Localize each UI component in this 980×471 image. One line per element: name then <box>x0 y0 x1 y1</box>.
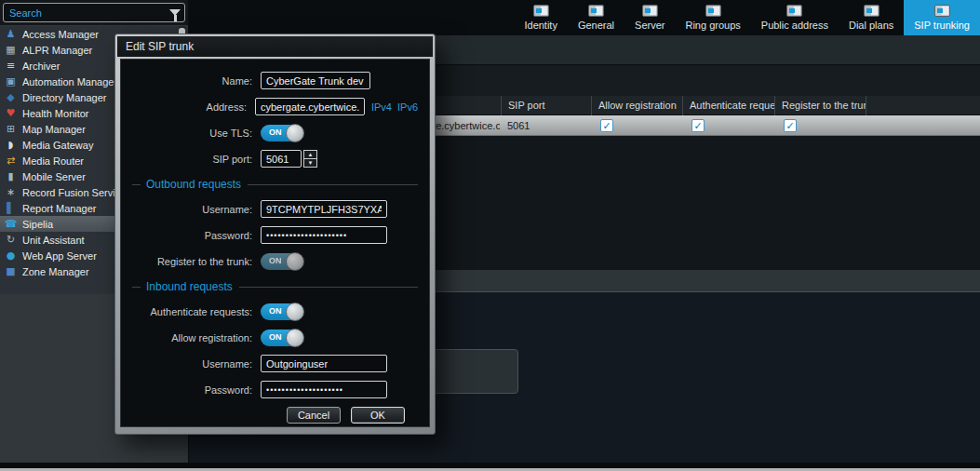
sidebar-item-label: Record Fusion Service <box>22 187 126 198</box>
sidebar-item-label: Map Manager <box>22 124 86 135</box>
register-to-the-trunk-toggle[interactable]: ON <box>261 253 303 270</box>
edit-sip-trunk-dialog: Edit SIP trunk Name: Address: IPv4IPv6 U… <box>114 34 436 435</box>
outbound-password-label: Password: <box>132 230 261 241</box>
sip-port-label: SIP port: <box>132 154 261 165</box>
outbound-requests-title: Outbound requests <box>146 178 241 191</box>
tab-public-address[interactable]: Public address <box>751 0 839 35</box>
tab-label: Dial plans <box>849 20 893 31</box>
sipelia-icon: ☎ <box>4 217 18 231</box>
tab-label: Public address <box>761 20 828 31</box>
sip-trunking-tab-icon <box>934 5 950 17</box>
allow-registration-toggle[interactable]: ON <box>261 330 303 346</box>
sidebar-item-label: Archiver <box>22 61 60 72</box>
tab-dial-plans[interactable]: Dial plans <box>839 0 904 35</box>
tab-bar: Identity General Server Ring groups Publ… <box>514 0 980 35</box>
sidebar-item-label: Directory Manager <box>22 92 106 103</box>
application-window: Identity General Server Ring groups Publ… <box>0 0 980 471</box>
sidebar-item-label: Web App Server <box>22 250 97 262</box>
outbound-username-field[interactable] <box>261 200 387 218</box>
toggle-state-text: ON <box>269 256 282 265</box>
health-monitor-icon: ♥ <box>4 106 18 120</box>
record-fusion-service-icon: ∗ <box>4 185 18 199</box>
server-tab-icon <box>642 5 658 17</box>
tab-label: Ring groups <box>685 20 740 31</box>
general-tab-icon <box>588 5 604 17</box>
public-address-tab-icon <box>786 5 802 17</box>
web-app-server-icon: ● <box>4 249 18 262</box>
name-field[interactable] <box>261 72 370 89</box>
toggle-knob <box>286 329 304 347</box>
column-header-sip-port[interactable]: SIP port <box>501 96 591 115</box>
inbound-requests-title: Inbound requests <box>146 280 233 293</box>
spinner-up-icon[interactable]: ▲ <box>303 150 317 159</box>
address-field[interactable] <box>255 98 365 115</box>
column-header-register-to-the-trunk[interactable]: Register to the trunk <box>774 96 866 115</box>
tab-label: Server <box>635 20 665 31</box>
inbound-username-label: Username: <box>132 358 261 370</box>
cancel-button[interactable]: Cancel <box>287 407 341 424</box>
media-router-icon: ⇄ <box>4 154 18 168</box>
tab-identity[interactable]: Identity <box>514 0 567 35</box>
sidebar-item-label: Media Gateway <box>22 140 93 151</box>
mobile-server-icon: ▮ <box>4 169 18 183</box>
use-tls-toggle[interactable]: ON <box>261 125 303 141</box>
tab-general[interactable]: General <box>568 0 624 35</box>
toggle-knob <box>286 252 304 271</box>
tab-sip-trunking[interactable]: SIP trunking <box>904 0 980 35</box>
column-header-authenticate-requests[interactable]: Authenticate requests <box>682 96 774 115</box>
authenticate-requests-toggle[interactable]: ON <box>261 303 303 320</box>
sidebar-item-label: Health Monitor <box>22 108 89 119</box>
column-header-allow-registration[interactable]: Allow registration <box>591 96 682 115</box>
register-to-the-trunk-label: Register to the trunk: <box>132 256 261 267</box>
outbound-username-label: Username: <box>132 204 261 215</box>
toggle-state-text: ON <box>269 332 282 342</box>
authenticate-requests-label: Authenticate requests: <box>132 306 261 317</box>
ipv6-link[interactable]: IPv6 <box>397 101 418 113</box>
outbound-requests-section: Outbound requests <box>132 178 418 191</box>
inbound-requests-section: Inbound requests <box>132 280 418 293</box>
authenticate-requests-checkbox: ✓ <box>691 119 705 132</box>
ip-version-links: IPv4IPv6 <box>371 101 418 113</box>
sidebar-item-label: Mobile Server <box>22 171 86 182</box>
sip-port-field[interactable] <box>261 150 302 168</box>
dialog-body: Name: Address: IPv4IPv6 Use TLS: ON SIP … <box>120 59 430 427</box>
directory-manager-icon: ◆ <box>4 90 18 104</box>
report-manager-icon: ▌ <box>4 201 18 215</box>
alpr-manager-icon: ▦ <box>4 43 18 57</box>
toggle-state-text: ON <box>269 128 282 137</box>
search-input[interactable] <box>4 7 166 19</box>
sidebar-item-label: Media Router <box>22 155 84 167</box>
ipv4-link[interactable]: IPv4 <box>371 101 392 113</box>
inbound-password-label: Password: <box>132 384 261 396</box>
sidebar-item-label: Zone Manager <box>22 266 89 277</box>
map-manager-icon: ⊞ <box>4 122 18 136</box>
search-box <box>3 3 185 22</box>
tab-label: SIP trunking <box>914 20 970 31</box>
ok-button[interactable]: OK <box>351 407 405 424</box>
sidebar-item-label: Sipelia <box>22 219 53 230</box>
address-label: Address: <box>132 101 255 113</box>
ring-groups-tab-icon <box>705 5 721 17</box>
tab-server[interactable]: Server <box>624 0 675 35</box>
filter-funnel-icon[interactable] <box>166 4 184 21</box>
dialog-button-row: Cancel OK <box>132 407 418 424</box>
spinner-down-icon[interactable]: ▼ <box>303 159 317 168</box>
tab-label: General <box>578 20 614 31</box>
sidebar-item-label: ALPR Manager <box>22 45 92 56</box>
name-label: Name: <box>132 75 261 87</box>
archiver-icon: ≡ <box>4 59 18 73</box>
sidebar-item-label: Unit Assistant <box>22 235 85 246</box>
access-manager-icon: ♟ <box>4 27 18 41</box>
sip-port-spinner: ▲ ▼ <box>303 150 317 168</box>
allow-registration-checkbox: ✓ <box>600 119 613 132</box>
sidebar-item-label: Report Manager <box>22 203 97 214</box>
inbound-password-field[interactable] <box>261 381 387 398</box>
use-tls-label: Use TLS: <box>132 128 261 139</box>
identity-tab-icon <box>533 5 549 17</box>
tab-ring-groups[interactable]: Ring groups <box>675 0 750 35</box>
dialog-title[interactable]: Edit SIP trunk <box>117 36 433 57</box>
dial-plans-tab-icon <box>864 5 879 17</box>
inbound-username-field[interactable] <box>261 355 387 372</box>
outbound-password-field[interactable] <box>261 226 387 244</box>
unit-assistant-icon: ↻ <box>4 233 18 247</box>
